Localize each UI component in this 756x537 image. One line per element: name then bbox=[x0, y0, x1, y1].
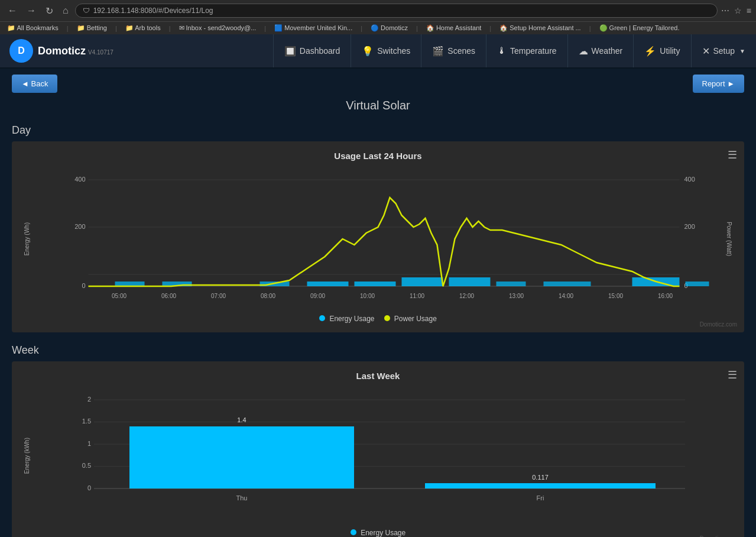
nav-weather[interactable]: ☁ Weather bbox=[567, 34, 634, 67]
week-chart-menu[interactable]: ☰ bbox=[728, 368, 737, 381]
bookmark-domoticz[interactable]: 🔵 Domoticz bbox=[368, 24, 410, 33]
bookmark-all[interactable]: 📁 All Bookmarks bbox=[5, 24, 61, 33]
svg-rect-0 bbox=[53, 168, 703, 310]
bookmark-homeassistant[interactable]: 🏠 Home Assistant bbox=[424, 24, 484, 33]
svg-text:400: 400 bbox=[74, 176, 85, 183]
svg-text:Thu: Thu bbox=[236, 494, 248, 502]
day-chart-legend: Energy Usage Power Usage bbox=[21, 315, 735, 323]
nav-utility[interactable]: ⚡ Utility bbox=[633, 34, 690, 67]
nav-temperature-label: Temperature bbox=[510, 46, 557, 56]
browser-toolbar: ← → ↻ ⌂ 🛡 192.168.1.148:8080/#/Devices/1… bbox=[0, 0, 756, 21]
extensions-icon[interactable]: ⋯ bbox=[721, 6, 729, 15]
back-btn[interactable]: ← bbox=[5, 4, 20, 17]
nav-menu: 🔲 Dashboard 💡 Switches 🎬 Scenes 🌡 Temper… bbox=[273, 34, 756, 67]
day-chart-panel: Usage Last 24 Hours ☰ Energy (Wh) 400 20… bbox=[12, 141, 744, 332]
logo-text-area: Domoticz V4.10717 bbox=[38, 45, 113, 57]
browser-action-icons: ⋯ ☆ ≡ bbox=[721, 6, 751, 15]
bookmark-movember[interactable]: 🟦 Movember United Kin... bbox=[272, 24, 355, 33]
page-actions: ◄ Back Report ► bbox=[12, 75, 744, 93]
week-section-label: Week bbox=[12, 344, 744, 357]
svg-rect-21 bbox=[686, 282, 709, 286]
svg-text:13:00: 13:00 bbox=[509, 293, 524, 299]
svg-text:09:00: 09:00 bbox=[310, 293, 325, 299]
bookmark-icon[interactable]: ☆ bbox=[734, 6, 742, 15]
week-chart-wrapper: Energy (kWh) 2 1.5 1 0.5 0 1.4 bbox=[21, 388, 735, 524]
svg-text:200: 200 bbox=[684, 223, 695, 230]
svg-text:200: 200 bbox=[74, 223, 85, 230]
logo-initial: D bbox=[18, 46, 25, 56]
day-y-right-label: Power (Watt) bbox=[723, 222, 735, 256]
nav-switches[interactable]: 💡 Switches bbox=[351, 34, 421, 67]
weather-icon: ☁ bbox=[579, 46, 588, 57]
menu-icon[interactable]: ≡ bbox=[747, 6, 751, 15]
svg-text:0.5: 0.5 bbox=[82, 462, 91, 469]
svg-text:400: 400 bbox=[684, 176, 695, 183]
reload-btn[interactable]: ↻ bbox=[43, 4, 56, 18]
svg-text:12:00: 12:00 bbox=[459, 293, 474, 299]
week-energy-dot bbox=[351, 529, 356, 535]
day-legend-energy: Energy Usage bbox=[319, 315, 374, 323]
svg-text:Fri: Fri bbox=[537, 494, 544, 502]
week-legend-energy: Energy Usage bbox=[351, 529, 405, 537]
svg-rect-17 bbox=[449, 277, 491, 286]
svg-rect-14 bbox=[307, 282, 349, 286]
energy-dot bbox=[319, 315, 325, 321]
day-y-left-label: Energy (Wh) bbox=[21, 222, 33, 255]
main-content: ◄ Back Report ► Virtual Solar Day Usage … bbox=[0, 69, 756, 537]
week-chart-legend: Energy Usage bbox=[21, 529, 735, 537]
page-title: Virtual Solar bbox=[12, 99, 744, 112]
report-button[interactable]: Report ► bbox=[693, 75, 745, 93]
bookmark-setup-ha[interactable]: 🏠 Setup Home Assistant ... bbox=[497, 24, 583, 33]
nav-switches-label: Switches bbox=[377, 46, 410, 56]
week-y-label: Energy (kWh) bbox=[21, 438, 33, 474]
logo-icon: D bbox=[9, 39, 33, 63]
week-chart-panel: Last Week ☰ Energy (kWh) 2 1.5 1 0.5 0 bbox=[12, 361, 744, 537]
back-button[interactable]: ◄ Back bbox=[12, 75, 57, 93]
forward-btn[interactable]: → bbox=[24, 4, 39, 17]
svg-text:1.4: 1.4 bbox=[237, 416, 246, 423]
svg-text:10:00: 10:00 bbox=[360, 293, 375, 299]
svg-rect-45 bbox=[129, 426, 354, 489]
dashboard-icon: 🔲 bbox=[284, 46, 296, 57]
nav-dashboard-label: Dashboard bbox=[300, 46, 340, 56]
bookmark-green[interactable]: 🟢 Green | Energy Tailored. bbox=[597, 24, 682, 33]
svg-rect-16 bbox=[402, 277, 443, 286]
day-chart-svg: 400 200 0 400 200 0 bbox=[33, 168, 723, 310]
setup-dropdown-icon: ▼ bbox=[739, 48, 745, 54]
svg-rect-19 bbox=[544, 282, 591, 286]
day-legend-power: Power Usage bbox=[384, 315, 437, 323]
svg-text:16:00: 16:00 bbox=[658, 293, 673, 299]
svg-rect-18 bbox=[497, 282, 526, 286]
svg-text:11:00: 11:00 bbox=[410, 293, 424, 299]
day-chart-watermark: Domoticz.com bbox=[700, 321, 737, 328]
power-dot bbox=[384, 315, 390, 321]
day-chart-wrapper: Energy (Wh) 400 200 0 400 200 0 bbox=[21, 168, 735, 310]
svg-text:1.5: 1.5 bbox=[82, 418, 91, 425]
browser-chrome: ← → ↻ ⌂ 🛡 192.168.1.148:8080/#/Devices/1… bbox=[0, 0, 756, 34]
svg-rect-15 bbox=[355, 282, 396, 286]
svg-text:06:00: 06:00 bbox=[161, 293, 176, 299]
url-text: 192.168.1.148:8080/#/Devices/11/Log bbox=[93, 7, 213, 15]
nav-dashboard[interactable]: 🔲 Dashboard bbox=[273, 34, 351, 67]
week-chart-title: Last Week bbox=[21, 371, 735, 381]
day-chart-menu[interactable]: ☰ bbox=[728, 148, 737, 161]
home-btn[interactable]: ⌂ bbox=[60, 4, 72, 17]
app-version: V4.10717 bbox=[88, 49, 113, 56]
bookmark-betting[interactable]: 📁 Betting bbox=[74, 24, 109, 33]
bookmark-inbox[interactable]: ✉ Inbox - send2woody@... bbox=[177, 24, 259, 33]
nav-scenes[interactable]: 🎬 Scenes bbox=[421, 34, 486, 67]
svg-text:07:00: 07:00 bbox=[211, 293, 226, 299]
svg-text:2: 2 bbox=[87, 396, 91, 403]
svg-text:08:00: 08:00 bbox=[261, 293, 275, 299]
nav-temperature[interactable]: 🌡 Temperature bbox=[486, 34, 567, 67]
svg-rect-48 bbox=[425, 483, 656, 489]
utility-icon: ⚡ bbox=[644, 46, 656, 57]
address-bar[interactable]: 🛡 192.168.1.148:8080/#/Devices/11/Log bbox=[75, 4, 718, 18]
app-header: D Domoticz V4.10717 🔲 Dashboard 💡 Switch… bbox=[0, 34, 756, 69]
svg-text:0.117: 0.117 bbox=[532, 474, 549, 481]
bookmark-arb[interactable]: 📁 Arb tools bbox=[123, 24, 163, 33]
day-chart-title: Usage Last 24 Hours bbox=[21, 151, 735, 161]
svg-text:15:00: 15:00 bbox=[608, 293, 623, 299]
nav-setup[interactable]: ✕ Setup ▼ bbox=[691, 34, 757, 67]
logo-area: D Domoticz V4.10717 bbox=[0, 34, 123, 67]
